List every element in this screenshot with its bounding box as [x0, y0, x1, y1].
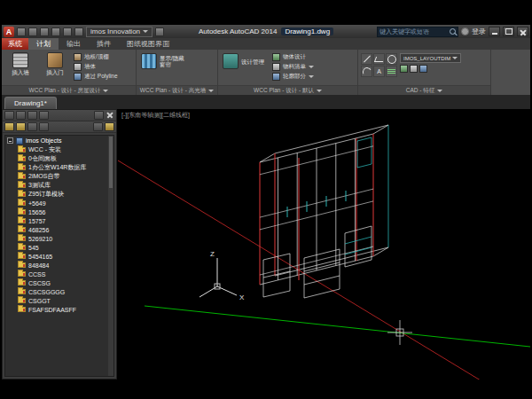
- chevron-down-icon: [317, 90, 322, 92]
- area-icon[interactable]: [410, 65, 418, 73]
- print-icon[interactable]: [51, 27, 60, 36]
- panel-caption[interactable]: WCC Plan - 设计 - 默认: [218, 85, 357, 95]
- palette-refresh-icon[interactable]: [39, 111, 49, 120]
- sort-icon[interactable]: [93, 122, 103, 131]
- tree-root[interactable]: imos Objects: [5, 136, 113, 145]
- new-file-icon[interactable]: [17, 27, 26, 36]
- detail-view-icon[interactable]: [27, 122, 37, 131]
- panel-cad-features: A IMOS_LAYOUTDIM CAD - 特征: [358, 50, 491, 95]
- design-manager-button[interactable]: 设计管理: [221, 51, 270, 71]
- tree-item[interactable]: CCSS: [5, 270, 113, 278]
- list-view-icon[interactable]: [16, 122, 26, 131]
- user-avatar-icon[interactable]: [461, 27, 469, 35]
- palette-save-icon[interactable]: [27, 111, 37, 120]
- tab-plugins[interactable]: 插件: [89, 38, 119, 50]
- dimension-tool[interactable]: [386, 66, 397, 77]
- search-icon[interactable]: [450, 28, 456, 35]
- app-menu-button[interactable]: A: [4, 27, 14, 37]
- search-tree-icon[interactable]: [105, 122, 114, 131]
- tree-item[interactable]: 1办公室W14R数据库: [5, 163, 113, 172]
- wall-body-button[interactable]: 墙体: [74, 63, 118, 71]
- close-button[interactable]: [517, 27, 528, 36]
- tree-item[interactable]: 848484: [5, 261, 113, 270]
- angle-icon[interactable]: [419, 65, 427, 73]
- workspace-gear-icon[interactable]: [155, 27, 164, 36]
- minimize-button[interactable]: [489, 27, 500, 36]
- insert-door-button[interactable]: 插入门: [39, 51, 71, 75]
- chevron-down-icon: [103, 90, 108, 92]
- tree-item[interactable]: 2iMOS自带: [5, 172, 113, 181]
- palette-open-icon[interactable]: [16, 111, 26, 120]
- via-polyline-button[interactable]: 通过 Polyline: [74, 73, 118, 81]
- tree-item[interactable]: CSCSG: [5, 278, 113, 287]
- tree-item[interactable]: +5649: [5, 199, 113, 207]
- text-tool[interactable]: A: [373, 66, 385, 77]
- toggle-curtain-button[interactable]: 显示/隐藏窗帘: [139, 51, 188, 71]
- palette-close-icon[interactable]: [106, 111, 114, 120]
- search-input[interactable]: [379, 28, 448, 35]
- drawing-canvas[interactable]: [-][东南等轴测][二维线框]: [118, 109, 530, 379]
- tree-item[interactable]: FSAFSDFAASFF: [5, 305, 113, 314]
- tree-item[interactable]: 0仓间面板: [5, 154, 113, 163]
- collapse-icon[interactable]: [7, 137, 13, 144]
- panel-highlight-wall: 显示/隐藏窗帘 WCC Plan - 设计 - 高光墙: [137, 50, 218, 95]
- chevron-down-icon: [143, 30, 148, 33]
- circle-tool[interactable]: [386, 53, 397, 65]
- tree-item[interactable]: 15656: [5, 207, 113, 216]
- tree-scroll-thumb[interactable]: [109, 137, 113, 188]
- palette-pin-icon[interactable]: [94, 111, 104, 120]
- tree-item[interactable]: 3测试库: [5, 181, 113, 190]
- tree-item[interactable]: WCC - 安装: [5, 145, 113, 154]
- maximize-button[interactable]: [503, 27, 514, 36]
- folder-icon: [18, 298, 26, 303]
- tree-item[interactable]: 5454165: [5, 252, 113, 261]
- polyline-tool[interactable]: [373, 53, 385, 65]
- imos-objects-icon: [16, 137, 23, 145]
- workspace-switcher[interactable]: imos Innovation: [86, 27, 153, 37]
- tree-item[interactable]: 5269210: [5, 234, 113, 243]
- palette-toolbar-2: [3, 121, 116, 133]
- design-manager-icon: [223, 53, 239, 69]
- folder-view-icon[interactable]: [4, 122, 14, 131]
- signin-link[interactable]: 登录: [472, 27, 486, 36]
- bom-icon: [272, 63, 280, 71]
- palette-new-icon[interactable]: [4, 111, 14, 120]
- profile-section-button[interactable]: 轮廓部分: [272, 73, 314, 81]
- tree-item[interactable]: Z95订单模块: [5, 190, 113, 199]
- panel-caption[interactable]: CAD - 特征: [358, 85, 490, 95]
- undo-icon[interactable]: [63, 27, 72, 36]
- bom-button[interactable]: 物料清单: [272, 63, 314, 71]
- tree-item-label: +5649: [28, 200, 46, 207]
- redo-icon[interactable]: [74, 27, 83, 36]
- tab-sheet-view[interactable]: 图纸视图界面: [119, 38, 177, 50]
- tree-item[interactable]: 545: [5, 243, 113, 252]
- floor-ceiling-button[interactable]: 地板/顶棚: [74, 53, 118, 61]
- object-design-button[interactable]: 物体设计: [272, 53, 314, 61]
- tab-output[interactable]: 输出: [59, 38, 89, 50]
- save-icon[interactable]: [40, 27, 49, 36]
- tab-plan[interactable]: 计划: [28, 38, 59, 50]
- doc-tab-drawing1[interactable]: Drawing1*: [4, 97, 57, 109]
- tab-system[interactable]: 系统: [2, 38, 28, 50]
- folder-icon: [18, 209, 26, 215]
- search-box[interactable]: [377, 27, 458, 37]
- door-icon: [47, 52, 63, 68]
- tree-item[interactable]: 468256: [5, 225, 113, 234]
- line-tool[interactable]: [361, 53, 372, 65]
- dim-style-dropdown[interactable]: IMOS_LAYOUTDIM: [400, 53, 461, 63]
- arc-tool[interactable]: [361, 66, 372, 77]
- titlebar: A imos Innovation Autodesk AutoCAD 2014 …: [2, 25, 530, 38]
- tree-item[interactable]: CSGGT: [5, 296, 113, 305]
- tree-item[interactable]: CSCSGGGG: [5, 287, 113, 296]
- open-file-icon[interactable]: [28, 27, 37, 36]
- tree-item[interactable]: 15757: [5, 216, 113, 225]
- measure-icon[interactable]: [400, 65, 408, 73]
- panel-caption[interactable]: WCC Plan - 设计 - 房屋设计: [2, 85, 136, 95]
- panel-caption[interactable]: WCC Plan - 设计 - 高光墙: [137, 85, 217, 95]
- insert-wall-button[interactable]: 插入墙: [4, 51, 36, 75]
- folder-icon: [18, 262, 26, 268]
- viewport-controls[interactable]: [-][东南等轴测][二维线框]: [121, 111, 190, 120]
- folder-icon: [18, 165, 26, 170]
- filter-icon[interactable]: [39, 122, 49, 131]
- tree-scrollbar[interactable]: [108, 136, 113, 376]
